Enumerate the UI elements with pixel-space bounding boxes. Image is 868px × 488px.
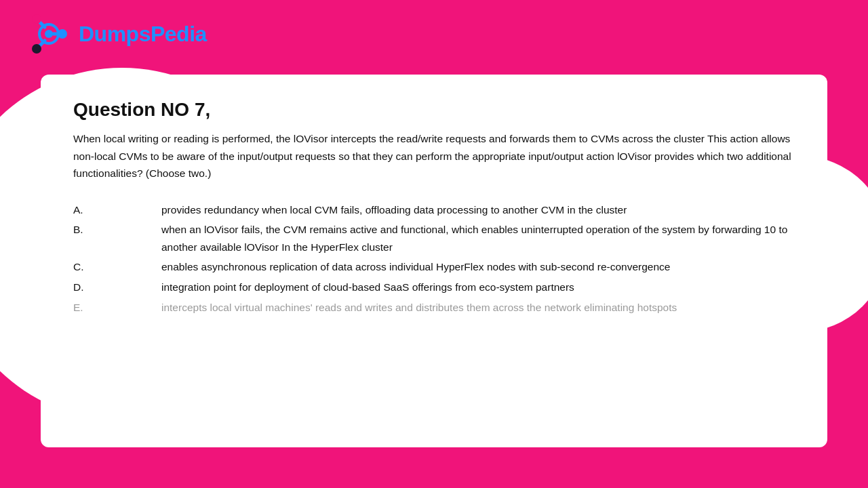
option-d-label: D.: [73, 279, 161, 296]
option-b-label: B.: [73, 221, 161, 256]
logo-text-blue: Pedia: [151, 22, 207, 46]
svg-point-4: [45, 30, 53, 38]
logo-text-dark: Dumps: [79, 22, 151, 46]
option-e-label: E.: [73, 299, 161, 317]
question-title: Question NO 7,: [73, 99, 795, 121]
option-a-label: A.: [73, 201, 161, 219]
content-card: Question NO 7, When local writing or rea…: [41, 75, 827, 447]
option-c: C. enables asynchronous replication of d…: [73, 258, 795, 276]
logo: DumpsPedia: [27, 12, 207, 56]
option-d-text: integration point for deployment of clou…: [161, 279, 795, 296]
svg-point-3: [58, 29, 67, 39]
question-body: When local writing or reading is perform…: [73, 130, 795, 182]
svg-point-1: [32, 14, 41, 24]
logo-text: DumpsPedia: [79, 22, 207, 47]
option-e: E. intercepts local virtual machines' re…: [73, 299, 795, 317]
option-d: D. integration point for deployment of c…: [73, 279, 795, 296]
svg-point-2: [32, 44, 41, 54]
option-c-text: enables asynchronous replication of data…: [161, 258, 795, 276]
logo-icon: [27, 12, 71, 56]
header: DumpsPedia: [0, 0, 868, 68]
option-e-text: intercepts local virtual machines' reads…: [161, 299, 795, 317]
answer-options: A. provides redundancy when local CVM fa…: [73, 201, 795, 316]
option-b-text: when an lOVisor fails, the CVM remains a…: [161, 221, 795, 256]
option-b: B. when an lOVisor fails, the CVM remain…: [73, 221, 795, 256]
option-a-text: provides redundancy when local CVM fails…: [161, 201, 795, 219]
option-a: A. provides redundancy when local CVM fa…: [73, 201, 795, 219]
option-c-label: C.: [73, 258, 161, 276]
